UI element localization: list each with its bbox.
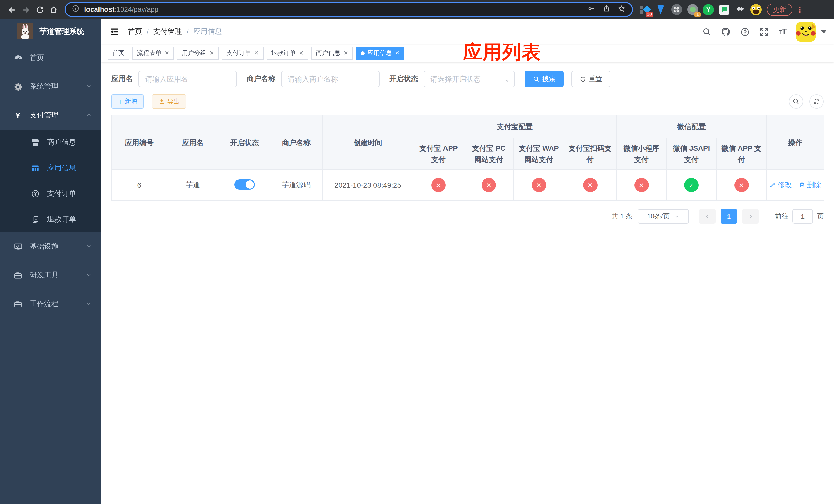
url-host: localhost [84,6,115,13]
wechat-mini-status-icon: ✕ [634,178,649,192]
chevron-down-icon [86,83,92,91]
bookmark-star-icon[interactable] [618,4,626,15]
status-select[interactable] [424,71,515,87]
sidebar-item-pay[interactable]: ¥ 支付管理 [0,101,101,130]
col-created: 创建时间 [322,115,413,169]
share-icon[interactable] [603,5,610,14]
close-icon[interactable]: ✕ [254,50,259,56]
reset-button[interactable]: 重置 [571,71,610,87]
add-button[interactable]: + 新增 [111,94,144,109]
chevron-down-icon [86,300,92,308]
tab-merchant-info[interactable]: 商户信息✕ [311,46,353,60]
font-size-icon[interactable]: TT [777,26,788,38]
app-name-label: 应用名 [111,74,133,84]
sidebar-item-pay-order[interactable]: 支付订单 [0,181,101,207]
page-content: 应用名 商户名称 开启状态 搜索 [101,62,834,504]
cell-status [219,169,270,201]
extension-y-icon[interactable]: Y [703,4,714,15]
active-dot [360,51,365,55]
app-table: 应用编号 应用名 开启状态 商户名称 创建时间 支付宝配置 微信配置 操作 支付… [111,115,824,201]
dashboard-icon [11,53,25,63]
tab-user-group[interactable]: 用户分组✕ [177,46,219,60]
edit-link[interactable]: 修改 [769,181,792,190]
group-wechat-config: 微信配置 [616,115,767,138]
close-icon[interactable]: ✕ [344,50,348,56]
tab-pay-order[interactable]: 支付订单✕ [222,46,263,60]
overlay-red-title: 应用列表 [463,40,541,65]
breadcrumb-home[interactable]: 首页 [128,27,142,37]
sidebar-item-home[interactable]: 首页 [0,44,101,72]
search-icon[interactable] [701,26,712,38]
fullscreen-icon[interactable] [758,26,769,38]
sidebar-item-refund-order[interactable]: 退款订单 [0,207,101,232]
merchant-name-label: 商户名称 [247,74,276,84]
browser-menu-icon[interactable]: ⋮ [796,5,804,14]
sidebar-item-system[interactable]: 系统管理 [0,72,101,101]
delete-link[interactable]: 删除 [798,181,821,190]
sidebar-collapse-icon[interactable] [109,26,120,38]
password-key-icon[interactable] [587,4,595,15]
refresh-icon [813,98,820,105]
address-bar[interactable]: localhost:1024/pay/app [65,2,633,17]
wechat-app-status-icon: ✕ [734,178,749,192]
extension-pinned-icon[interactable]: 10 [639,4,650,15]
sidebar-item-dev-tools[interactable]: 研发工具 [0,261,101,290]
export-button[interactable]: 导出 [152,94,186,109]
refresh-button[interactable] [809,94,824,109]
briefcase-icon [11,271,25,280]
sidebar-item-merchant-info[interactable]: 商户信息 [0,130,101,155]
page-number-current[interactable]: 1 [721,209,737,224]
app-logo-rabbit [17,23,33,40]
browser-reload-icon[interactable] [33,5,47,14]
extensions-puzzle-icon[interactable] [734,4,746,15]
screen: localhost:1024/pay/app 10 [0,0,834,504]
col-alipay-wap: 支付宝 WAP 网站支付 [514,138,564,169]
app-logo-row[interactable]: 芋道管理系统 [0,19,101,44]
tab-process-form[interactable]: 流程表单✕ [132,46,174,60]
prev-page-button[interactable] [699,209,716,224]
tab-home[interactable]: 首页 [108,46,129,60]
browser-chrome: localhost:1024/pay/app 10 [0,0,834,19]
status-toggle[interactable] [234,179,255,189]
document-copy-icon [29,215,42,224]
next-page-button[interactable] [742,209,759,224]
close-icon[interactable]: ✕ [164,50,169,56]
extension-chat-icon[interactable] [719,4,730,15]
pagination-total: 共 1 条 [612,212,632,221]
help-icon[interactable] [739,26,750,38]
col-alipay-pc: 支付宝 PC 网站支付 [464,138,514,169]
tab-refund-order[interactable]: 退款订单✕ [266,46,308,60]
breadcrumb-pay[interactable]: 支付管理 [153,27,182,37]
browser-back-icon[interactable] [5,5,19,14]
chevron-down-icon [674,213,679,219]
user-avatar[interactable] [796,22,815,42]
search-button[interactable]: 搜索 [525,71,564,87]
goto-suffix: 页 [817,212,824,221]
url-path: :1024/pay/app [115,6,158,13]
close-icon[interactable]: ✕ [299,50,303,56]
app-name-input[interactable] [138,71,237,87]
close-icon[interactable]: ✕ [395,50,399,56]
browser-home-icon[interactable] [47,5,61,14]
merchant-name-input[interactable] [281,71,379,87]
site-info-icon[interactable] [72,5,80,14]
extension-profile-icon[interactable]: 1 [687,4,698,15]
tab-app-info-active[interactable]: 应用信息✕ [356,46,404,60]
sidebar-item-infra[interactable]: 基础设施 [0,232,101,261]
browser-forward-icon[interactable] [19,5,33,14]
alipay-wap-status-icon: ✕ [532,178,546,192]
profile-avatar-icon[interactable] [750,4,762,15]
avatar-caret-icon[interactable] [821,30,826,33]
sidebar-item-app-info[interactable]: 应用信息 [0,155,101,181]
extension-kite-icon[interactable] [655,4,666,15]
close-icon[interactable]: ✕ [209,50,214,56]
yen-icon: ¥ [11,111,25,120]
github-icon[interactable] [720,26,731,38]
toggle-search-button[interactable] [789,94,803,109]
browser-update-button[interactable]: 更新 [767,3,792,16]
extension-command-icon[interactable]: ⌘ [671,4,682,15]
page-size-select[interactable]: 10条/页 [638,209,689,224]
sidebar-item-workflow[interactable]: 工作流程 [0,290,101,318]
goto-page-input[interactable] [792,209,813,224]
col-wechat-app: 微信 APP 支付 [716,138,767,169]
